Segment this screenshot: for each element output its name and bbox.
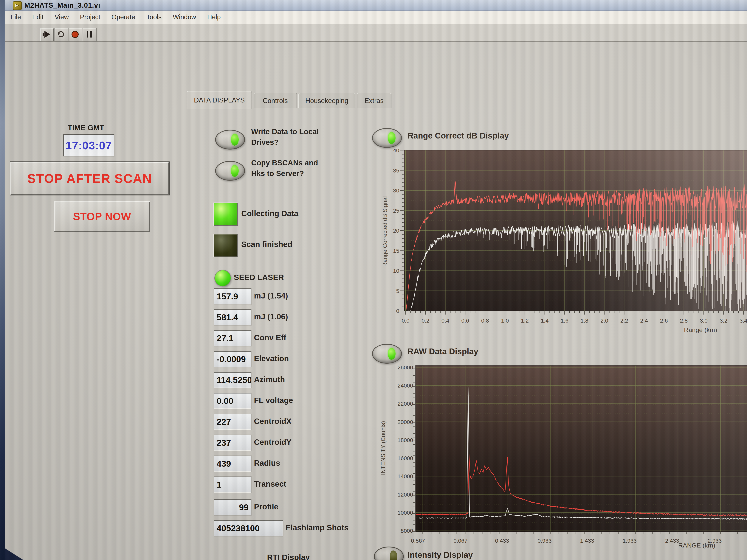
stop-after-scan-label: STOP AFTER SCAN (27, 171, 152, 186)
range-db-y-axis-title: Range Corrected dB Signal (382, 196, 388, 267)
svg-text:0.6: 0.6 (461, 318, 469, 324)
svg-text:10000: 10000 (397, 510, 413, 516)
centroidy-value[interactable]: 237 (214, 435, 251, 451)
readout-label: Azimuth (254, 375, 285, 384)
svg-text:12000: 12000 (397, 491, 413, 498)
svg-text:26000: 26000 (397, 364, 413, 371)
svg-text:1.433: 1.433 (580, 538, 594, 544)
tab-extras[interactable]: Extras (357, 93, 391, 108)
range-corrected-db-chart: 05101520253035400.00.20.40.60.81.01.21.4… (379, 148, 747, 334)
menu-operate[interactable]: Operate (106, 11, 140, 21)
tab-housekeeping[interactable]: Housekeeping (299, 93, 355, 108)
svg-text:25: 25 (393, 208, 399, 214)
menu-project[interactable]: Project (74, 11, 106, 21)
svg-text:0.933: 0.933 (538, 538, 552, 544)
svg-text:20: 20 (393, 228, 399, 234)
svg-text:20000: 20000 (397, 419, 413, 425)
svg-text:1.6: 1.6 (561, 318, 568, 324)
abort-button[interactable] (69, 28, 82, 41)
transect-value[interactable]: 1 (214, 477, 251, 492)
readout-value-text: 237 (214, 438, 251, 448)
menu-help[interactable]: Help (202, 11, 226, 21)
profile-value[interactable]: 99 (214, 499, 251, 515)
svg-text:0.0: 0.0 (402, 318, 410, 324)
svg-text:2.0: 2.0 (600, 318, 608, 324)
svg-text:-0.067: -0.067 (452, 538, 467, 544)
readout-label: mJ (1.06) (254, 312, 288, 321)
readout-value-text: 0.00 (214, 396, 251, 406)
svg-text:2.8: 2.8 (680, 318, 688, 324)
toggle-indicator (231, 134, 239, 146)
time-gmt-display: 17:03:07 (63, 134, 114, 156)
readout-value-text: 99 (214, 502, 251, 512)
readout-label: Conv Eff (254, 333, 286, 342)
svg-text:3.2: 3.2 (720, 318, 727, 324)
tab-label: Housekeeping (305, 97, 348, 105)
readout-value-text: -0.0009 (214, 354, 251, 364)
readout-label: mJ (1.54) (254, 291, 288, 300)
svg-text:0.433: 0.433 (495, 538, 509, 544)
readout-value-text: 1 (214, 480, 251, 490)
svg-text:3.0: 3.0 (700, 318, 707, 324)
menu-window[interactable]: Window (167, 11, 202, 21)
raw-data-display-toggle[interactable] (372, 344, 402, 364)
flashlamp-shots-value[interactable]: 405238100 (214, 520, 283, 536)
svg-text:1.4: 1.4 (541, 318, 549, 324)
stop-now-button[interactable]: STOP NOW (54, 201, 150, 232)
tab-data-displays[interactable]: DATA DISPLAYS (187, 91, 252, 109)
radius-value[interactable]: 439 (214, 456, 251, 472)
menu-tools[interactable]: Tools (140, 11, 167, 21)
svg-text:16000: 16000 (397, 455, 413, 461)
stop-after-scan-button[interactable]: STOP AFTER SCAN (10, 162, 169, 195)
toggle-copy-bscans-and[interactable] (215, 161, 245, 181)
svg-text:15: 15 (393, 248, 399, 254)
raw-x-axis-title: RANGE (km) (655, 542, 715, 549)
raw-y-axis-title: INTENSITY (Counts) (380, 421, 387, 475)
azimuth-value[interactable]: 114.5250 (214, 372, 251, 388)
seed-laser-led (214, 270, 231, 287)
mj-1-06--value[interactable]: 581.4 (214, 309, 251, 325)
svg-text:24000: 24000 (397, 382, 413, 389)
run-button[interactable] (40, 28, 54, 41)
readout-value-text: 439 (214, 459, 251, 469)
svg-text:8000: 8000 (401, 528, 413, 534)
centroidx-value[interactable]: 227 (214, 414, 251, 430)
conv-eff-value[interactable]: 27.1 (214, 330, 251, 346)
toggle-write-data-to-local[interactable] (215, 130, 245, 150)
readout-value-text: 157.9 (214, 291, 251, 301)
elevation-value[interactable]: -0.0009 (214, 351, 251, 367)
monitor-bezel-left (0, 0, 5, 560)
application-window: M2HATS_Main_3.01.vi FileEditViewProjectO… (0, 0, 747, 560)
window-title: M2HATS_Main_3.01.vi (24, 1, 100, 9)
range-db-x-axis-title: Range (km) (658, 326, 717, 334)
svg-text:2.6: 2.6 (660, 318, 668, 324)
svg-text:14000: 14000 (397, 473, 413, 479)
menu-file[interactable]: File (5, 11, 27, 21)
readout-value-text: 114.5250 (214, 375, 251, 385)
svg-text:3.4: 3.4 (740, 318, 747, 324)
collecting-data-led (213, 203, 238, 226)
tab-controls[interactable]: Controls (254, 93, 297, 108)
tab-label: DATA DISPLAYS (194, 96, 244, 104)
svg-text:22000: 22000 (397, 401, 413, 407)
svg-text:-0.567: -0.567 (409, 538, 425, 544)
svg-text:18000: 18000 (397, 437, 413, 443)
tab-label: Controls (263, 97, 288, 105)
scan-finished-led (213, 234, 238, 257)
pause-button[interactable] (83, 28, 96, 41)
raw-data-chart: 8000100001200014000160001800020000220002… (379, 363, 747, 552)
run-continuous-button[interactable] (54, 28, 68, 41)
menu-edit[interactable]: Edit (27, 11, 49, 21)
indicator-label: Collecting Data (241, 209, 299, 218)
toggle-indicator (388, 348, 395, 360)
svg-text:0.8: 0.8 (481, 318, 489, 324)
svg-text:1.8: 1.8 (581, 318, 589, 324)
fl-voltage-value[interactable]: 0.00 (214, 393, 251, 409)
range-db-display-toggle[interactable] (372, 128, 402, 148)
toggle-label: Copy BSCANs and Hks to Server? (251, 158, 318, 179)
svg-text:0.2: 0.2 (421, 318, 429, 324)
svg-text:35: 35 (393, 167, 399, 174)
range-db-chart-title: Range Correct dB Display (408, 131, 509, 140)
menu-view[interactable]: View (49, 11, 74, 21)
mj-1-54--value[interactable]: 157.9 (214, 288, 251, 304)
